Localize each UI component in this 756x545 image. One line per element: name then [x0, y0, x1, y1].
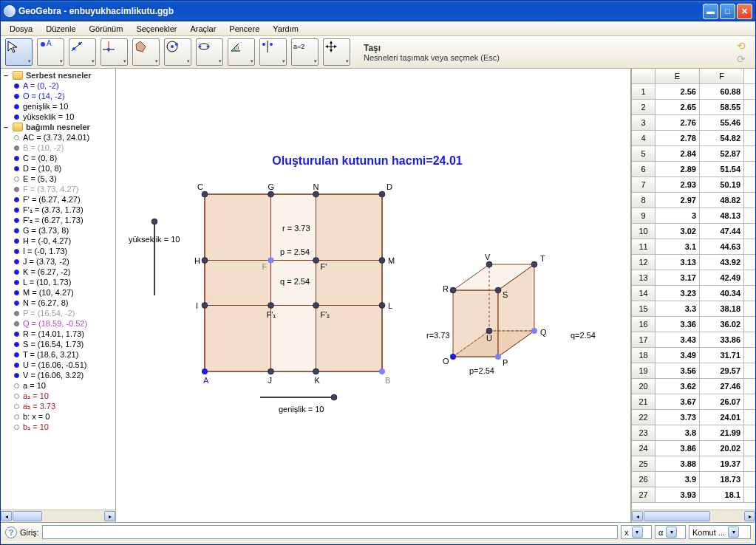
menu-görünüm[interactable]: Görünüm — [84, 23, 129, 35]
tree-item[interactable]: F'₂ = (6.27, 1.73) — [1, 215, 115, 225]
tree-item[interactable]: b: x = 0 — [1, 411, 115, 422]
point-D[interactable] — [379, 191, 385, 197]
tree-folder[interactable]: –bağımlı nesneler — [1, 122, 115, 132]
point-J[interactable] — [268, 369, 274, 374]
tree-item[interactable]: a₂ = 3.73 — [1, 401, 115, 411]
tree-item[interactable]: a = 10 — [1, 380, 115, 391]
tree-item[interactable]: M = (10, 4.27) — [1, 287, 115, 298]
close-button[interactable]: ✕ — [737, 4, 752, 19]
tree-folder[interactable]: –Serbest nesneler — [1, 70, 115, 80]
point-V[interactable] — [486, 261, 492, 267]
tool-circle[interactable]: ▾ — [164, 38, 191, 66]
tree-item[interactable]: J = (3.73, -2) — [1, 256, 115, 267]
spreadsheet-panel[interactable]: EF12.5660.8822.6558.5532.7655.4642.7854.… — [631, 69, 755, 522]
tree-item[interactable]: AC = (3.73, 24.01) — [1, 132, 115, 143]
menu-seçenekler[interactable]: Seçenekler — [130, 23, 183, 35]
tree-item[interactable]: C = (0, 8) — [1, 153, 115, 163]
point-P[interactable] — [495, 354, 501, 360]
tree-item[interactable]: Q = (18.59, -0.52) — [1, 318, 115, 329]
ss-row[interactable]: 9348.13 — [632, 208, 755, 224]
help-icon[interactable]: ? — [5, 527, 17, 538]
tool-move-view[interactable]: ▾ — [323, 38, 350, 66]
tree-item[interactable]: A = (0, -2) — [1, 80, 115, 91]
point-F[interactable] — [268, 258, 274, 264]
command-combo[interactable]: Komut ...▾ — [689, 525, 751, 539]
menu-pencere[interactable]: Pencere — [223, 23, 265, 35]
ss-row[interactable]: 183.4931.71 — [632, 348, 755, 363]
undo-button[interactable]: ⟲ — [735, 40, 748, 52]
tree-item[interactable]: F'₁ = (3.73, 1.73) — [1, 205, 115, 215]
tree-item[interactable]: K = (6.27, -2) — [1, 267, 115, 277]
ss-row[interactable]: 52.8452.87 — [632, 146, 755, 162]
ss-row[interactable]: 263.918.73 — [632, 472, 755, 487]
tree-item[interactable]: O = (14, -2) — [1, 91, 115, 101]
ss-row[interactable]: 193.5629.57 — [632, 363, 755, 379]
point-N[interactable] — [313, 191, 319, 197]
point-U[interactable] — [486, 328, 492, 334]
ss-row[interactable]: 243.8620.02 — [632, 441, 755, 456]
ss-row[interactable]: 233.821.99 — [632, 425, 755, 441]
graphics-panel[interactable]: Oluşturulan kutunun hacmi=24.01 yüksekli… — [116, 69, 631, 522]
tool-slider[interactable]: a=2▾ — [291, 38, 319, 66]
symbol-combo-2[interactable]: α▾ — [655, 525, 686, 539]
point-A[interactable] — [202, 369, 208, 374]
tool-angle[interactable]: α▾ — [228, 38, 255, 66]
tree-item[interactable]: T = (18.6, 3.21) — [1, 349, 115, 360]
tool-reflect[interactable]: ▾ — [259, 38, 287, 66]
menu-araçlar[interactable]: Araçlar — [184, 23, 222, 35]
point-O[interactable] — [450, 354, 456, 360]
tree-item[interactable]: F' = (6.27, 4.27) — [1, 194, 115, 205]
ss-row[interactable]: 253.8819.37 — [632, 456, 755, 472]
redo-button[interactable]: ⟳ — [735, 53, 748, 65]
tool-conic[interactable]: ▾ — [196, 38, 223, 66]
spreadsheet-scrollbar[interactable]: ◂ ▸ — [632, 510, 755, 522]
symbol-combo-1[interactable]: x▾ — [621, 525, 652, 539]
ss-row[interactable]: 62.8951.54 — [632, 162, 755, 177]
ss-row[interactable]: 143.2340.34 — [632, 286, 755, 301]
point-L[interactable] — [379, 303, 385, 309]
tree-item[interactable]: P = (16.54, -2) — [1, 308, 115, 318]
minimize-button[interactable]: ▬ — [703, 4, 718, 19]
tree-item[interactable]: F = (3.73, 4.27) — [1, 184, 115, 194]
menu-yardım[interactable]: Yardım — [267, 23, 304, 35]
menu-düzenle[interactable]: Düzenle — [40, 23, 81, 35]
tree-item[interactable]: I = (-0, 1.73) — [1, 246, 115, 256]
algebra-tree[interactable]: –Serbest nesnelerA = (0, -2)O = (14, -2)… — [1, 69, 115, 510]
ss-row[interactable]: 42.7854.82 — [632, 131, 755, 146]
ss-row[interactable]: 223.7324.01 — [632, 410, 755, 425]
menu-dosya[interactable]: Dosya — [4, 23, 38, 35]
point-Fp1[interactable] — [268, 303, 274, 309]
point-M[interactable] — [379, 258, 385, 264]
col-header[interactable]: F — [700, 69, 744, 83]
ss-row[interactable]: 113.144.63 — [632, 239, 755, 255]
ss-row[interactable]: 273.9318.1 — [632, 487, 755, 503]
tree-item[interactable]: a₁ = 10 — [1, 391, 115, 401]
point-I[interactable] — [202, 303, 208, 309]
algebra-scrollbar[interactable]: ◂ ▸ — [1, 510, 115, 522]
point-R[interactable] — [450, 287, 456, 293]
tree-item[interactable]: H = (-0, 4.27) — [1, 236, 115, 246]
tool-move[interactable]: ▾ — [5, 38, 33, 66]
tree-item[interactable]: E = (5, 3) — [1, 174, 115, 184]
ss-row[interactable]: 163.3636.02 — [632, 317, 755, 332]
tree-item[interactable]: L = (10, 1.73) — [1, 277, 115, 287]
ss-row[interactable]: 213.6726.07 — [632, 394, 755, 410]
tree-item[interactable]: N = (6.27, 8) — [1, 298, 115, 308]
tree-item[interactable]: D = (10, 8) — [1, 163, 115, 174]
point-Q[interactable] — [531, 328, 537, 334]
point-T[interactable] — [531, 261, 537, 267]
tree-item[interactable]: U = (16.06, -0.51) — [1, 360, 115, 370]
tree-item[interactable]: b₁ = 10 — [1, 422, 115, 432]
ss-row[interactable]: 32.7655.46 — [632, 115, 755, 131]
titlebar[interactable]: GeoGebra - enbuyukhacimlikutu.ggb ▬ □ ✕ — [1, 1, 755, 21]
tool-perpendicular[interactable]: ▾ — [101, 38, 128, 66]
tree-item[interactable]: R = (14.01, 1.73) — [1, 329, 115, 339]
ss-row[interactable]: 103.0247.44 — [632, 224, 755, 239]
point-S[interactable] — [495, 287, 501, 293]
tool-point[interactable]: A▾ — [37, 38, 64, 66]
input-field[interactable] — [42, 525, 618, 539]
height-slider[interactable]: yükseklik = 10 — [129, 219, 180, 295]
ss-row[interactable]: 72.9350.19 — [632, 177, 755, 193]
col-header[interactable]: E — [655, 69, 700, 83]
ss-row[interactable]: 173.4333.86 — [632, 332, 755, 348]
